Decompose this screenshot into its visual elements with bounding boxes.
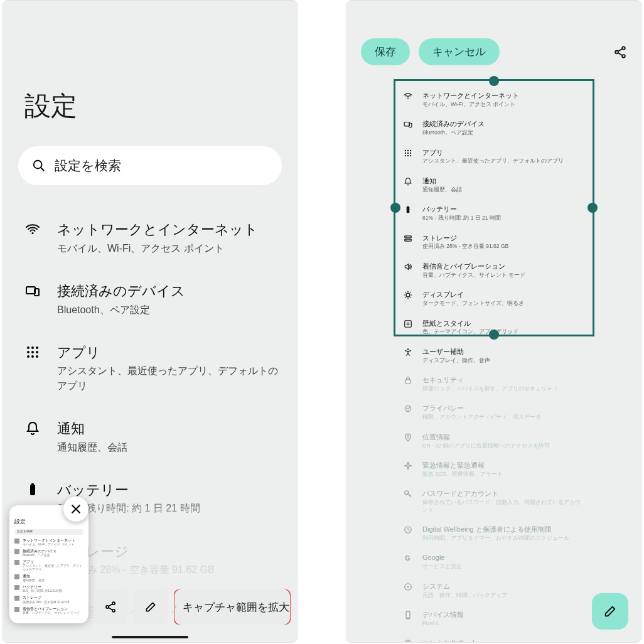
devices-icon (404, 120, 412, 129)
item-subtitle: Pixel 6 (422, 620, 464, 627)
storage-icon (404, 234, 412, 243)
about-icon (404, 611, 412, 620)
wifi-icon (404, 92, 412, 100)
capture-item-sound: 着信音とバイブレーション 音量、ハプティクス、サイレント モード (400, 256, 588, 284)
item-subtitle: 色、テーマアイコン、アプリグリッド (422, 328, 518, 335)
wallpaper-icon (404, 319, 412, 328)
item-subtitle: アシスタント、最近使ったアプリ、デフォルトのアプリ (57, 363, 282, 392)
item-subtitle: ダークモード、フォントサイズ、明るさ (422, 300, 524, 307)
capture-item-emergency: 緊急情報と緊急通報 緊急 SOS、医療情報、アラート (400, 455, 588, 483)
share-button[interactable] (94, 589, 127, 625)
capture-item-privacy: プライバシー 権限、アカウントアクティビティ、個人データ (400, 398, 588, 426)
search-input[interactable]: 設定を検索 (18, 146, 282, 185)
battery-icon (25, 482, 40, 497)
item-subtitle: 利用時間、アプリタイマー、おやすみ時間のスケジュール (422, 535, 569, 542)
capture-item-display: ディスプレイ ダークモード、フォントサイズ、明るさ (400, 284, 588, 313)
item-subtitle: 画面ロック、デバイスを探す、アプリのセキュリティ (422, 385, 558, 392)
capture-item-wellbeing: Digital Wellbeing と保護者による使用制限 利用時間、アプリタイ… (400, 519, 588, 547)
capture-item-apps: アプリ アシスタント、最近使ったアプリ、デフォルトのアプリ (400, 142, 588, 171)
sound-icon (404, 262, 412, 271)
capture-item-bell: 通知 通知履歴、会話 (400, 171, 588, 199)
right-panel: 保存 キャンセル ネットワークとインターネット モバイル、Wi-Fi、アクセス … (346, 0, 641, 643)
settings-item-apps[interactable]: アプリ アシスタント、最近使ったアプリ、デフォルトのアプリ (18, 331, 282, 407)
system-icon (404, 582, 412, 591)
location-icon (404, 433, 412, 442)
left-panel: 設定 設定を検索 ネットワークとインターネット モバイル、Wi-Fi、アクセス … (3, 0, 298, 643)
bell-icon (25, 421, 40, 436)
display-icon (404, 291, 412, 299)
edit-fab[interactable] (592, 593, 628, 630)
capture-item-storage: ストレージ 使用済み 28% - 空き容量 91.62 GB (400, 228, 588, 256)
item-subtitle: 使用済み 28% - 空き容量 91.62 GB (422, 243, 508, 250)
item-title: デバイス情報 (422, 610, 464, 620)
capture-item-google: Google サービスと設定 (400, 547, 588, 576)
crop-handle-left[interactable] (390, 203, 400, 213)
scroll-capture-content: ネットワークとインターネット モバイル、Wi-Fi、アクセス ポイント 接続済み… (400, 85, 588, 643)
settings-item-bell[interactable]: 通知 通知履歴、会話 (18, 407, 282, 468)
item-title: ネットワークとインターネット (57, 220, 258, 239)
item-title: Google (422, 553, 462, 562)
capture-item-devices: 接続済みのデバイス Bluetooth、ペア設定 (400, 114, 588, 142)
capture-item-about: デバイス情報 Pixel 6 (400, 604, 588, 633)
key-icon (404, 490, 412, 498)
item-title: アプリ (57, 343, 282, 362)
item-subtitle: 音量、ハプティクス、サイレント モード (422, 272, 525, 279)
item-subtitle: 通知履歴、会話 (57, 440, 127, 454)
expand-label: キャプチャ範囲を拡大 (183, 600, 289, 614)
capture-item-location: 位置情報 ON - 32 個のアプリに位置情報へのアクセスを許可 (400, 427, 588, 455)
emergency-icon (404, 461, 412, 470)
item-title: 位置情報 (422, 432, 550, 442)
edit-button[interactable] (134, 589, 168, 625)
pencil-icon (144, 601, 157, 613)
item-subtitle: Bluetooth、ペア設定 (57, 303, 185, 317)
settings-item-devices[interactable]: 接続済みのデバイス Bluetooth、ペア設定 (18, 269, 282, 331)
privacy-icon (404, 404, 412, 413)
thumb-search: 設定を検索 (14, 529, 83, 535)
share-icon[interactable] (613, 45, 627, 59)
screenshot-thumbnail[interactable]: 設定 設定を検索 ネットワークとインターネットモバイル、Wi-Fi、アクセス ポ… (9, 505, 89, 623)
thumb-item: バッテリー61% - 残り時間: 約1日21時間 (14, 585, 83, 593)
search-icon (32, 159, 46, 173)
thumb-item: 着信音とバイブレーション音量、ハプティクス、サイレント モード (14, 607, 83, 614)
bell-icon (404, 177, 412, 186)
share-icon (104, 601, 117, 613)
item-subtitle: サービスと設定 (422, 563, 462, 570)
capture-item-wallpaper: 壁紙とスタイル 色、テーマアイコン、アプリグリッド (400, 313, 588, 341)
cancel-button[interactable]: キャンセル (419, 38, 500, 65)
capture-item-system: システム 言語、操作、時間、バックアップ (400, 576, 588, 604)
expand-capture-button[interactable]: キャプチャ範囲を拡大 (174, 589, 291, 625)
item-subtitle: 通知履歴、会話 (422, 186, 462, 193)
thumb-item: 通知通知履歴、会話 (14, 574, 83, 582)
page-title: 設定 (18, 1, 282, 146)
crop-container: ネットワークとインターネット モバイル、Wi-Fi、アクセス ポイント 接続済み… (400, 85, 588, 643)
pencil-icon (603, 604, 617, 618)
item-title: 壁紙とスタイル (422, 319, 518, 328)
screenshot-action-bar: キャプチャ範囲を拡大 (94, 589, 291, 625)
google-icon (404, 554, 412, 562)
item-title: ヒントとサポート (422, 638, 496, 643)
item-subtitle: 保存されているパスワード、自動入力、同期されているアカウント (422, 499, 586, 513)
save-button[interactable]: 保存 (361, 38, 410, 65)
item-title: 緊急情報と緊急通報 (422, 461, 503, 470)
item-subtitle: Bluetooth、ペア設定 (422, 129, 485, 136)
close-button[interactable] (63, 496, 89, 522)
item-title: システム (422, 582, 507, 591)
item-subtitle: ディスプレイ、操作、音声 (422, 357, 490, 364)
item-title: ユーザー補助 (422, 347, 490, 357)
item-subtitle: モバイル、Wi-Fi、アクセス ポイント (422, 101, 519, 108)
capture-item-accessibility: ユーザー補助 ディスプレイ、操作、音声 (400, 341, 588, 370)
item-title: アプリ (422, 148, 564, 158)
thumb-item: ネットワークとインターネットモバイル、Wi-Fi、アクセス ポイント (14, 539, 83, 546)
capture-item-tips: ヒントとサポート ヘルプ記事、電話とチャット (400, 633, 588, 643)
apps-icon (25, 345, 40, 360)
nav-pill[interactable] (112, 636, 188, 638)
item-title: 接続済みのデバイス (57, 282, 185, 301)
apps-icon (404, 149, 412, 158)
crop-handle-right[interactable] (588, 203, 598, 213)
item-subtitle: 言語、操作、時間、バックアップ (422, 592, 507, 599)
item-title: 着信音とバイブレーション (422, 262, 525, 271)
item-title: ディスプレイ (422, 290, 524, 299)
settings-item-wifi[interactable]: ネットワークとインターネット モバイル、Wi-Fi、アクセス ポイント (18, 208, 282, 269)
search-placeholder: 設定を検索 (55, 157, 121, 174)
lock-icon (404, 376, 412, 385)
